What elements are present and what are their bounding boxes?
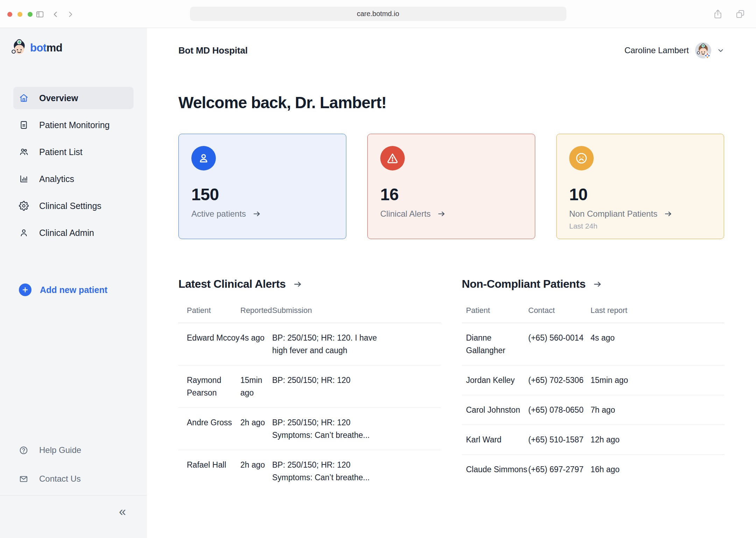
- sidebar-item-label: Clinical Admin: [39, 228, 94, 238]
- main-content: Bot MD Hospital Caroline Lambert: [147, 28, 756, 538]
- cell-patient: Carol Johnston: [466, 404, 528, 416]
- column-header: Patient: [466, 306, 528, 315]
- collapse-icon: «: [119, 504, 126, 519]
- sidebar-nav: Overview Patient Monitoring Patient L: [13, 87, 134, 249]
- arrow-right-icon: [252, 209, 261, 218]
- bar-chart-icon: [19, 174, 29, 184]
- stat-value: 16: [380, 184, 522, 205]
- welcome-heading: Welcome back, Dr. Lambert!: [178, 93, 386, 112]
- cell-contact: (+65) 560-0014: [528, 331, 591, 344]
- table-row[interactable]: Karl Ward (+65) 510-1587 12h ago: [462, 425, 724, 455]
- add-new-patient-label: Add new patient: [40, 285, 107, 295]
- table-row[interactable]: Carol Johnston (+65) 078-0650 7h ago: [462, 395, 724, 425]
- cell-patient: Rafael Hall: [187, 459, 240, 471]
- stat-label: Non Compliant Patients: [569, 209, 657, 219]
- arrow-right-icon: [664, 209, 673, 218]
- sidebar-footer-divider: [0, 495, 147, 496]
- stat-value: 10: [569, 184, 711, 205]
- cell-submission: BP: 250/150; HR: 120 Symptoms: Can’t bre…: [272, 416, 432, 441]
- cell-patient: Andre Gross: [187, 416, 240, 429]
- forward-icon[interactable]: [66, 10, 75, 19]
- help-circle-icon: [19, 446, 28, 455]
- non-compliant-section: Non-Compliant Patients Patient Contact L…: [462, 278, 724, 492]
- collapse-sidebar-button[interactable]: «: [113, 503, 132, 520]
- sidebar-item-clinical-admin[interactable]: Clinical Admin: [13, 222, 134, 244]
- cell-last-report: 16h ago: [591, 463, 720, 476]
- cell-patient: Edward Mccoy: [187, 331, 240, 344]
- sad-face-icon: [569, 146, 594, 170]
- fullscreen-window-button[interactable]: [28, 12, 33, 17]
- table-row[interactable]: Edward Mccoy 4s ago BP: 250/150; HR: 120…: [178, 323, 441, 365]
- botmd-logo-icon: [10, 39, 27, 57]
- cell-contact: (+65) 510-1587: [528, 433, 591, 446]
- share-icon[interactable]: [713, 9, 723, 19]
- section-title: Non-Compliant Patients: [462, 278, 586, 291]
- cell-submission: BP: 250/150; HR: 120. I have high fever …: [272, 331, 432, 357]
- sidebar-item-patient-list[interactable]: Patient List: [13, 141, 134, 163]
- user-menu[interactable]: Caroline Lambert: [624, 42, 725, 58]
- traffic-lights: [7, 12, 33, 17]
- add-new-patient-button[interactable]: Add new patient: [19, 284, 107, 296]
- clinical-alerts-table: Patient Reported Submission Edward Mccoy…: [178, 306, 441, 492]
- stat-cards: 150 Active patients 16 Clinic: [178, 134, 724, 239]
- home-icon: [19, 93, 29, 103]
- back-icon[interactable]: [51, 10, 60, 19]
- arrow-right-icon: [293, 279, 303, 289]
- table-header-row: Patient Reported Submission: [178, 306, 441, 323]
- table-row[interactable]: Jordan Kelley (+65) 702-5306 15min ago: [462, 365, 724, 395]
- tabs-icon[interactable]: [735, 9, 746, 19]
- stat-card-active-patients[interactable]: 150 Active patients: [178, 134, 346, 239]
- sidebar-item-label: Patient Monitoring: [39, 120, 110, 130]
- botmd-logo[interactable]: botmd: [10, 39, 62, 57]
- table-row[interactable]: Raymond Pearson 15min ago BP: 250/150; H…: [178, 365, 441, 408]
- sidebar-item-overview[interactable]: Overview: [13, 87, 134, 109]
- close-window-button[interactable]: [7, 12, 12, 17]
- document-icon: [19, 120, 29, 130]
- cell-last-report: 7h ago: [591, 404, 720, 416]
- column-header: Reported: [240, 306, 272, 315]
- table-row[interactable]: Rafael Hall 2h ago BP: 250/150; HR: 120 …: [178, 450, 441, 492]
- app-window: care.botmd.io: [0, 0, 756, 538]
- sidebar-item-label: Patient List: [39, 147, 83, 157]
- sidebar-item-help-guide[interactable]: Help Guide: [19, 442, 81, 459]
- sidebar-item-patient-monitoring[interactable]: Patient Monitoring: [13, 114, 134, 136]
- cell-reported: 15min ago: [240, 374, 272, 399]
- contact-us-label: Contact Us: [39, 474, 81, 484]
- cell-reported: 2h ago: [240, 459, 272, 471]
- non-compliant-title-link[interactable]: Non-Compliant Patients: [462, 278, 724, 291]
- main-header: Bot MD Hospital Caroline Lambert: [178, 41, 725, 60]
- section-title: Latest Clinical Alerts: [178, 278, 286, 291]
- alert-triangle-icon: [380, 146, 405, 170]
- sidebar-item-clinical-settings[interactable]: Clinical Settings: [13, 195, 134, 217]
- cell-patient: Karl Ward: [466, 433, 528, 446]
- table-row[interactable]: Claude Simmons (+65) 697-2797 16h ago: [462, 455, 724, 484]
- cell-patient: Raymond Pearson: [187, 374, 240, 399]
- sidebar-item-label: Overview: [39, 93, 78, 103]
- stat-card-non-compliant[interactable]: 10 Non Compliant Patients Last 24h: [556, 134, 724, 239]
- address-bar[interactable]: care.botmd.io: [190, 7, 566, 21]
- users-icon: [19, 147, 29, 157]
- arrow-right-icon: [437, 209, 446, 218]
- clinical-alerts-section: Latest Clinical Alerts Patient Reported …: [178, 278, 441, 492]
- sidebar-item-contact-us[interactable]: Contact Us: [19, 470, 81, 487]
- gear-icon: [19, 201, 29, 211]
- column-header: Last report: [591, 306, 720, 315]
- cell-patient: Jordan Kelley: [466, 374, 528, 386]
- sidebar-item-label: Clinical Settings: [39, 201, 101, 211]
- table-header-row: Patient Contact Last report: [462, 306, 724, 323]
- sidebar-toggle-icon[interactable]: [35, 10, 44, 19]
- non-compliant-table: Patient Contact Last report Dianne Galla…: [462, 306, 724, 484]
- chevron-down-icon: [717, 47, 725, 54]
- stat-value: 150: [191, 184, 333, 205]
- table-row[interactable]: Dianne Gallangher (+65) 560-0014 4s ago: [462, 323, 724, 365]
- cell-contact: (+65) 078-0650: [528, 404, 591, 416]
- table-row[interactable]: Andre Gross 2h ago BP: 250/150; HR: 120 …: [178, 408, 441, 450]
- minimize-window-button[interactable]: [17, 12, 22, 17]
- sidebar-item-analytics[interactable]: Analytics: [13, 168, 134, 190]
- cell-reported: 4s ago: [240, 331, 272, 344]
- cell-last-report: 15min ago: [591, 374, 720, 386]
- stat-card-clinical-alerts[interactable]: 16 Clinical Alerts: [367, 134, 535, 239]
- cell-last-report: 12h ago: [591, 433, 720, 446]
- clinical-alerts-title-link[interactable]: Latest Clinical Alerts: [178, 278, 441, 291]
- address-bar-url: care.botmd.io: [357, 10, 399, 18]
